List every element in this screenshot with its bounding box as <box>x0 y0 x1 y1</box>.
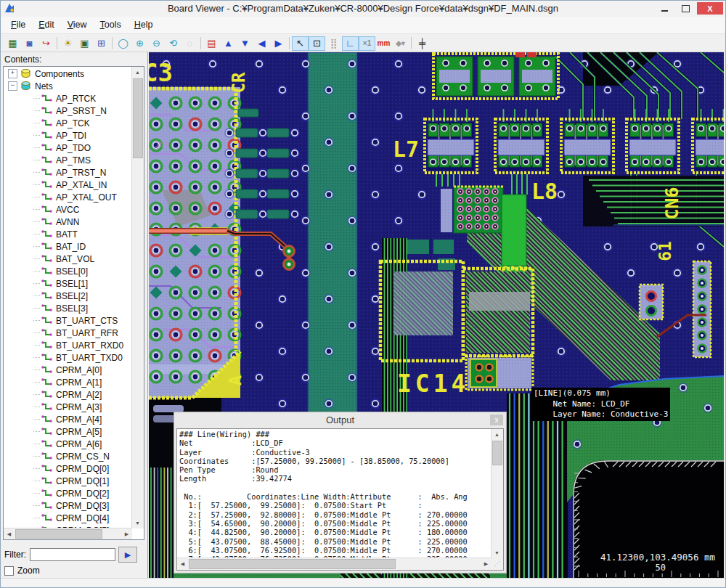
tree-item-components[interactable]: +Components <box>4 68 131 80</box>
tree-item-net[interactable]: CPRM_A[0] <box>4 364 131 376</box>
report-icon[interactable]: ▤ <box>203 36 220 51</box>
component-display-icon[interactable]: ◙ <box>21 36 38 51</box>
output-vertical-scrollbar[interactable]: ▲ ▼ <box>491 429 503 558</box>
highlight-icon[interactable]: ☀ <box>60 36 76 51</box>
tree-item-net[interactable]: AP_TCK <box>4 117 131 129</box>
tree-item-net[interactable]: BSEL[0] <box>4 265 131 277</box>
pan-down-icon[interactable]: ▼ <box>237 36 253 51</box>
scroll-down-arrow[interactable]: ▼ <box>132 518 143 528</box>
silk-label-c3: C3 <box>149 58 173 87</box>
output-hscroll-thumb[interactable] <box>189 559 396 569</box>
tree-item-net[interactable]: AP_TRST_N <box>4 166 131 179</box>
toolbar-separator <box>112 37 113 49</box>
tree-item-net[interactable]: CPRM_A[2] <box>4 388 131 401</box>
scale-1x-icon[interactable]: ×1 <box>359 36 375 51</box>
zoom-area-icon[interactable]: ◯ <box>115 36 131 51</box>
tree-item-net[interactable]: CPRM_CS_N <box>4 450 131 462</box>
tree-item-net[interactable]: BT_UART_CTS <box>4 314 131 327</box>
tree-item-net[interactable]: BSEL[3] <box>4 302 131 314</box>
output-horizontal-scrollbar[interactable]: ◀ ▶ <box>177 558 492 570</box>
pan-up-icon[interactable]: ▲ <box>220 36 237 51</box>
tree-item-net[interactable]: BT_UART_TXD0 <box>4 351 131 364</box>
output-scroll-left[interactable]: ◀ <box>177 558 188 569</box>
output-window-title[interactable]: Output <box>174 412 506 428</box>
net-icon <box>41 402 52 412</box>
tree-expand-toggle[interactable]: − <box>8 81 17 91</box>
select-mode-icon[interactable]: ↖ <box>292 36 309 51</box>
tree-item-net[interactable]: AVCC <box>4 203 131 216</box>
tree-item-net[interactable]: CPRM_A[4] <box>4 413 131 425</box>
tree-item-net[interactable]: BAT_VOL <box>4 253 131 265</box>
tree-item-net[interactable]: BSEL[1] <box>4 277 131 290</box>
menu-item-view[interactable]: View <box>61 17 94 33</box>
output-scroll-down[interactable]: ▼ <box>492 547 502 558</box>
output-scroll-right[interactable]: ▶ <box>481 558 492 569</box>
output-vscroll-thumb[interactable] <box>492 441 502 465</box>
scroll-up-arrow[interactable]: ▲ <box>132 67 143 78</box>
tree-item-net[interactable]: CPRM_DQ[4] <box>4 512 131 524</box>
tree-hscroll-thumb[interactable] <box>15 529 102 539</box>
menu-item-help[interactable]: Help <box>128 17 160 33</box>
grid-icon[interactable]: ⣿ <box>325 36 342 51</box>
zoom-out-icon[interactable]: ⊖ <box>148 36 165 51</box>
tree-item-net[interactable]: AP_TMS <box>4 154 131 166</box>
pan-right-icon[interactable]: ▶ <box>270 36 287 51</box>
tree-item-net[interactable]: AP_XTAL_IN <box>4 179 131 191</box>
menu-item-file[interactable]: File <box>4 17 32 33</box>
close-button[interactable]: X <box>697 2 723 15</box>
tree-item-net[interactable]: AP_TDI <box>4 129 131 142</box>
tree-item-net[interactable]: CPRM_A[3] <box>4 401 131 413</box>
tree-item-net[interactable]: BSEL[2] <box>4 290 131 302</box>
output-window[interactable]: Output x ### Line(Wiring) ### Net :LCD_D… <box>174 412 507 573</box>
stitch-icon[interactable]: mm <box>375 36 392 51</box>
net-icon <box>41 303 52 313</box>
scroll-right-arrow[interactable]: ▶ <box>121 528 132 539</box>
tree-item-net[interactable]: AP_SRST_N <box>4 105 131 117</box>
zoom-in-icon[interactable]: ⊕ <box>131 36 148 51</box>
measure-icon[interactable]: ∟ <box>342 36 359 51</box>
pan-left-icon[interactable]: ◀ <box>253 36 270 51</box>
output-close-button[interactable]: x <box>490 415 503 425</box>
frame-display-icon[interactable]: ▣ <box>76 36 93 51</box>
option-diamond-icon[interactable]: ◆▾ <box>392 36 409 51</box>
tree-item-net[interactable]: CPRM_DQ[3] <box>4 499 131 512</box>
tree-item-net[interactable]: CPRM_DQ[2] <box>4 487 131 499</box>
tree-item-net[interactable]: CPRM_A[5] <box>4 425 131 438</box>
output-resize-grip[interactable]: ⋰ <box>492 558 503 570</box>
tree-item-net[interactable]: BAT_ID <box>4 240 131 253</box>
menu-item-tools[interactable]: Tools <box>94 17 128 33</box>
tree-item-net[interactable]: BATT <box>4 228 131 240</box>
net-jump-icon[interactable]: ↪ <box>38 36 54 51</box>
menu-item-edit[interactable]: Edit <box>32 17 61 33</box>
clamp-icon[interactable]: ╪ <box>414 36 431 51</box>
tree-expand-toggle[interactable]: + <box>8 69 17 78</box>
layer-table-icon[interactable]: ▦ <box>4 36 21 51</box>
fit-board-icon[interactable]: ⊞ <box>93 36 110 51</box>
tree-item-net[interactable]: BT_UART_RFR <box>4 327 131 339</box>
title-bar[interactable]: Board Viewer - C:¥ProgramData¥Zuken¥CR-8… <box>1 1 725 17</box>
tree-item-net[interactable]: AP_RTCK <box>4 92 131 105</box>
tree-item-net[interactable]: CPRM_DQ[0] <box>4 462 131 475</box>
filter-input[interactable] <box>30 548 115 561</box>
zoom-disabled-icon[interactable]: ◌ <box>182 36 198 51</box>
tree-item-nets[interactable]: −Nets <box>4 80 131 92</box>
tree-vertical-scrollbar[interactable]: ▲ ▼ <box>131 67 144 528</box>
tree-vscroll-thumb[interactable] <box>133 78 143 158</box>
tree-horizontal-scrollbar[interactable]: ◀ ▶ <box>4 528 132 539</box>
pan-mode-icon[interactable]: ⊡ <box>309 36 325 51</box>
minimize-button[interactable] <box>655 2 674 15</box>
zoom-checkbox[interactable] <box>4 566 14 576</box>
maximize-button[interactable] <box>676 2 695 15</box>
tree-item-net[interactable]: CPRM_A[1] <box>4 376 131 388</box>
output-scroll-up[interactable]: ▲ <box>492 429 502 440</box>
tree-item-net[interactable]: AVNN <box>4 216 131 228</box>
filter-apply-button[interactable]: ▶ <box>118 547 137 563</box>
tree-item-net[interactable]: CPRM_A[6] <box>4 438 131 450</box>
tree-item-net[interactable]: CPRM_DQ[1] <box>4 475 131 487</box>
scroll-left-arrow[interactable]: ◀ <box>4 528 15 539</box>
tree-item-net[interactable]: AP_TDO <box>4 142 131 154</box>
tree-item-net[interactable]: AP_XTAL_OUT <box>4 191 131 203</box>
tree-item-net[interactable]: BT_UART_RXD0 <box>4 339 131 351</box>
zoom-previous-icon[interactable]: ⟲ <box>165 36 182 51</box>
contents-tree[interactable]: +Components−NetsAP_RTCKAP_SRST_NAP_TCKAP… <box>3 66 144 540</box>
